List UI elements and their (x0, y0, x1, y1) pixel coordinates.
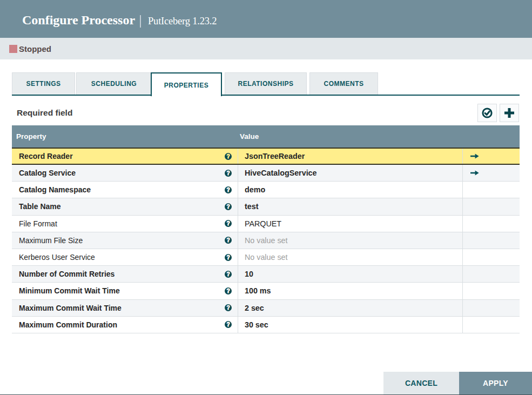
svg-text:?: ? (226, 187, 230, 193)
svg-text:?: ? (226, 220, 230, 226)
svg-text:?: ? (226, 153, 230, 159)
svg-text:?: ? (226, 288, 230, 294)
svg-text:?: ? (226, 322, 230, 327)
svg-text:?: ? (226, 204, 230, 210)
svg-text:?: ? (226, 271, 230, 277)
svg-text:?: ? (226, 170, 230, 176)
svg-text:?: ? (226, 255, 230, 260)
svg-text:?: ? (226, 305, 230, 311)
svg-text:?: ? (226, 238, 230, 244)
